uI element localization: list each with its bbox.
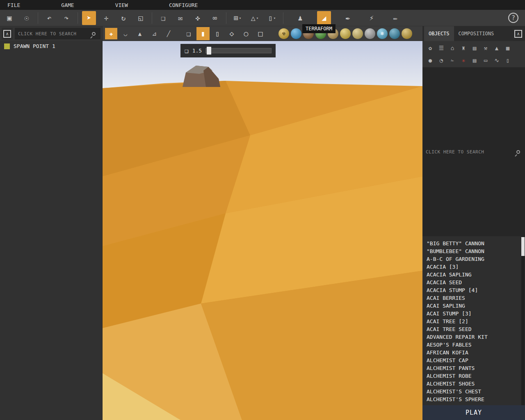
- undo-icon[interactable]: ↶: [42, 11, 56, 25]
- object-list-item[interactable]: ALCHEMIST CAP: [427, 356, 519, 364]
- collapse-right-panel-button[interactable]: ∧: [513, 28, 524, 39]
- object-filter-flora-icon[interactable]: ✿: [426, 44, 435, 52]
- grid-dropdown[interactable]: ⊞ ▾: [231, 11, 244, 25]
- hierarchy-search-input[interactable]: [15, 31, 92, 37]
- hierarchy-panel: SPAWN POINT 1: [0, 41, 103, 420]
- volume-dropdown[interactable]: ▯ ▾: [265, 11, 279, 25]
- lightning-icon[interactable]: ⚡: [365, 11, 379, 25]
- material-wheat-icon[interactable]: [340, 28, 351, 39]
- object-filter-furniture-icon[interactable]: ▤: [470, 44, 479, 52]
- collapse-icon: ∧: [514, 30, 522, 38]
- object-list-item[interactable]: ACAI TREE [2]: [427, 317, 519, 325]
- shape-square-icon[interactable]: □: [254, 27, 267, 40]
- material-hay-icon[interactable]: [352, 28, 363, 39]
- select-tool-icon[interactable]: ➤: [82, 11, 96, 25]
- object-filter-pumpkin-icon[interactable]: ◔: [437, 56, 446, 64]
- material-gold-icon[interactable]: [402, 28, 412, 39]
- object-filter-claw-icon[interactable]: ✁: [448, 56, 457, 64]
- object-filter-vehicle-icon[interactable]: ▭: [481, 56, 490, 64]
- menu-view[interactable]: VIEW: [115, 2, 128, 8]
- brush-size-value: 1.5: [192, 48, 202, 54]
- material-stone-icon[interactable]: [365, 28, 375, 39]
- object-list-item[interactable]: ACACIA [3]: [427, 263, 519, 271]
- object-list-item[interactable]: "BUMBLEBEE" CANNON: [427, 247, 519, 255]
- viewport-3d[interactable]: ❏ 1.5: [103, 41, 422, 420]
- brush-size-slider[interactable]: [205, 48, 272, 53]
- objects-search-input[interactable]: [422, 149, 516, 155]
- redo-icon[interactable]: ↷: [59, 11, 73, 25]
- object-filter-tools-icon[interactable]: ⚒: [481, 44, 490, 52]
- object-list-item[interactable]: ADVANCED REPAIR KIT: [427, 333, 519, 341]
- object-filter-spider-icon[interactable]: ✳: [459, 56, 468, 64]
- brush-add-icon[interactable]: ✚: [105, 28, 117, 39]
- object-list-scrollbar[interactable]: [521, 236, 525, 405]
- material-snow-icon[interactable]: ❄: [377, 28, 388, 39]
- lighting-icon[interactable]: ☉: [20, 11, 34, 25]
- brush-level-icon[interactable]: ▲: [134, 28, 146, 39]
- object-filter-food-icon[interactable]: ●: [426, 56, 435, 64]
- object-filter-monument-icon[interactable]: ♜: [459, 44, 468, 52]
- eyedropper-icon[interactable]: ✒: [341, 11, 355, 25]
- object-list-item[interactable]: ALCHEMIST'S SPHERE: [427, 395, 519, 403]
- shape-dropdown[interactable]: △ ▾: [248, 11, 262, 25]
- object-list-item[interactable]: "BIG BETTY" CANNON: [427, 240, 519, 247]
- shape-column-icon[interactable]: ▯: [211, 27, 224, 40]
- object-list-item[interactable]: ACACIA SEED: [427, 278, 519, 286]
- object-list-item[interactable]: ACACIA STUMP [4]: [427, 286, 519, 294]
- scale-tool-icon[interactable]: ◱: [134, 11, 148, 25]
- menu-configure[interactable]: CONFIGURE: [169, 2, 198, 8]
- collapse-left-panel-button[interactable]: ∧: [2, 28, 13, 39]
- object-list-item[interactable]: ALCHEMIST SHOES: [427, 380, 519, 388]
- object-filter-hook-icon[interactable]: ∿: [492, 56, 501, 64]
- object-list-item[interactable]: ACAI SAPLING: [427, 302, 519, 310]
- menu-file[interactable]: FILE: [7, 2, 20, 8]
- object-list-item[interactable]: ACAI BERRIES: [427, 294, 519, 302]
- object-list-item[interactable]: ALCHEMIST ROBE: [427, 372, 519, 380]
- play-button[interactable]: PLAY: [422, 405, 525, 420]
- object-list-item[interactable]: ALCHEMIST'S CHEST: [427, 388, 519, 395]
- slider-handle[interactable]: [207, 47, 211, 55]
- tab-compositions[interactable]: COMPOSITIONS: [454, 26, 499, 41]
- chevron-down-icon: ▾: [274, 16, 276, 20]
- object-filter-card-icon[interactable]: ▯: [503, 56, 512, 64]
- object-list-item[interactable]: AFRICAN KOFIA: [427, 349, 519, 356]
- save-icon[interactable]: ▣: [2, 11, 16, 25]
- move-tool-icon[interactable]: ✛: [99, 11, 113, 25]
- menu-items: FILE GAME VIEW CONFIGURE: [0, 2, 198, 8]
- shape-cylinder-icon[interactable]: ▮: [196, 27, 210, 40]
- menu-game[interactable]: GAME: [61, 2, 74, 8]
- object-filter-list-icon[interactable]: ☰: [437, 44, 446, 52]
- object-list-item[interactable]: ALCHEMIST PANTS: [427, 364, 519, 372]
- object-filter-notes-icon[interactable]: ▤: [470, 56, 479, 64]
- terraform-mode-icon[interactable]: ◢: [317, 11, 331, 25]
- envelope-tool-icon[interactable]: ✉: [173, 11, 187, 25]
- object-filter-crate-icon[interactable]: ▦: [503, 44, 512, 52]
- character-mode-icon[interactable]: ♟: [293, 11, 307, 25]
- object-list-item[interactable]: ACACIA SAPLING: [427, 271, 519, 278]
- shape-circle-icon[interactable]: ○: [240, 27, 253, 40]
- material-water-icon[interactable]: [291, 28, 301, 39]
- object-filter-building-icon[interactable]: ⌂: [448, 44, 457, 52]
- object-list-item[interactable]: AESOP'S FABLES: [427, 341, 519, 349]
- cube-tool-icon[interactable]: ❏: [156, 11, 170, 25]
- object-list-item[interactable]: A-B-C OF GARDENING: [427, 255, 519, 263]
- shape-diamond-icon[interactable]: ◇: [225, 27, 238, 40]
- material-sea-icon[interactable]: [389, 28, 400, 39]
- scrollbar-thumb[interactable]: [521, 237, 525, 256]
- object-filter-tent-icon[interactable]: ▲: [492, 44, 501, 52]
- tab-objects[interactable]: OBJECTS: [424, 26, 454, 41]
- object-list-item[interactable]: ACAI STUMP [3]: [427, 310, 519, 317]
- brush-dig-icon[interactable]: ◡: [119, 28, 132, 39]
- snap-tool-icon[interactable]: ✜: [191, 11, 205, 25]
- brush-paint-icon[interactable]: ╱: [162, 28, 175, 39]
- brush-smooth-icon[interactable]: ⊿: [148, 28, 160, 39]
- rotate-tool-icon[interactable]: ↻: [116, 11, 130, 25]
- shape-cube-icon[interactable]: ❏: [182, 27, 195, 40]
- link-tool-icon[interactable]: ∞: [208, 11, 222, 25]
- material-nuclear-icon[interactable]: ☢: [278, 28, 289, 39]
- object-list-item[interactable]: ALCHEMY BANNER: [427, 403, 519, 405]
- spawn-point-item[interactable]: SPAWN POINT 1: [0, 41, 102, 51]
- paintbrush-icon[interactable]: ✏: [388, 11, 402, 25]
- object-list-item[interactable]: ACAI TREE SEED: [427, 325, 519, 333]
- help-button[interactable]: ?: [508, 13, 518, 23]
